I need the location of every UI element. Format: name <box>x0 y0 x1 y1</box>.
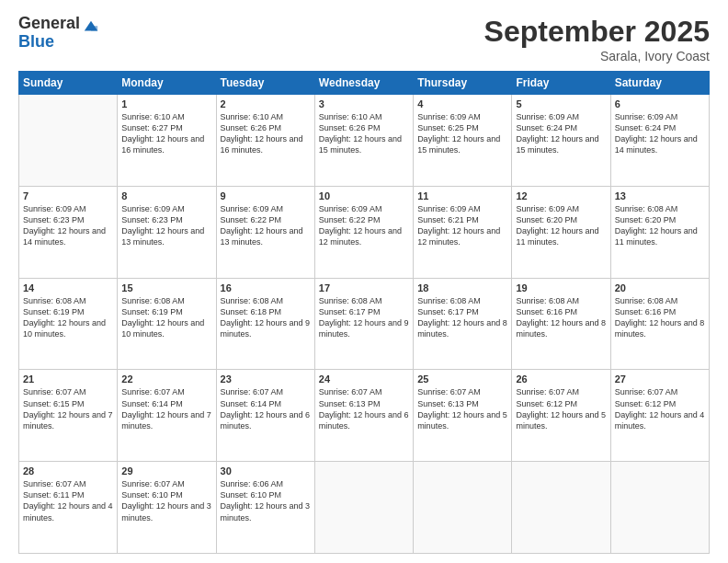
calendar-week-2: 7Sunrise: 6:09 AMSunset: 6:23 PMDaylight… <box>19 186 710 278</box>
calendar-cell: 29Sunrise: 6:07 AMSunset: 6:10 PMDayligh… <box>118 462 216 554</box>
day-info: Sunrise: 6:07 AMSunset: 6:14 PMDaylight:… <box>121 386 211 431</box>
calendar-cell: 5Sunrise: 6:09 AMSunset: 6:24 PMDaylight… <box>512 95 610 187</box>
day-header-sunday: Sunday <box>19 72 118 95</box>
day-number: 25 <box>417 373 507 385</box>
calendar-cell: 22Sunrise: 6:07 AMSunset: 6:14 PMDayligh… <box>118 370 216 462</box>
calendar-week-5: 28Sunrise: 6:07 AMSunset: 6:11 PMDayligh… <box>19 462 710 554</box>
day-number: 15 <box>121 282 211 293</box>
day-info: Sunrise: 6:08 AMSunset: 6:18 PMDaylight:… <box>221 295 311 340</box>
calendar-cell: 28Sunrise: 6:07 AMSunset: 6:11 PMDayligh… <box>19 462 118 554</box>
calendar-cell: 4Sunrise: 6:09 AMSunset: 6:25 PMDaylight… <box>414 95 512 187</box>
day-number: 19 <box>516 282 606 293</box>
day-number: 13 <box>615 190 705 201</box>
page: General Blue September 2025 Sarala, Ivor… <box>0 0 728 563</box>
day-number: 27 <box>615 373 705 385</box>
calendar-cell: 25Sunrise: 6:07 AMSunset: 6:13 PMDayligh… <box>414 370 512 462</box>
day-header-saturday: Saturday <box>610 72 709 95</box>
day-number: 23 <box>221 373 311 385</box>
day-info: Sunrise: 6:09 AMSunset: 6:21 PMDaylight:… <box>417 203 507 248</box>
calendar-cell: 27Sunrise: 6:07 AMSunset: 6:12 PMDayligh… <box>610 370 709 462</box>
calendar-cell: 20Sunrise: 6:08 AMSunset: 6:16 PMDayligh… <box>610 278 709 370</box>
day-number: 9 <box>221 190 311 201</box>
calendar-week-4: 21Sunrise: 6:07 AMSunset: 6:15 PMDayligh… <box>19 370 710 462</box>
day-number: 24 <box>319 373 409 385</box>
day-number: 16 <box>221 282 311 293</box>
day-number: 28 <box>23 465 113 477</box>
day-info: Sunrise: 6:08 AMSunset: 6:16 PMDaylight:… <box>516 295 606 340</box>
day-info: Sunrise: 6:08 AMSunset: 6:20 PMDaylight:… <box>615 203 705 248</box>
calendar-cell <box>314 462 413 554</box>
day-info: Sunrise: 6:08 AMSunset: 6:17 PMDaylight:… <box>417 295 507 340</box>
day-info: Sunrise: 6:07 AMSunset: 6:13 PMDaylight:… <box>319 386 409 431</box>
svg-marker-1 <box>91 26 97 30</box>
calendar-cell: 14Sunrise: 6:08 AMSunset: 6:19 PMDayligh… <box>19 278 118 370</box>
day-info: Sunrise: 6:09 AMSunset: 6:23 PMDaylight:… <box>23 203 113 248</box>
day-number: 30 <box>221 465 311 477</box>
logo-icon <box>83 19 99 36</box>
calendar-cell: 16Sunrise: 6:08 AMSunset: 6:18 PMDayligh… <box>216 278 314 370</box>
calendar-cell: 15Sunrise: 6:08 AMSunset: 6:19 PMDayligh… <box>118 278 216 370</box>
day-info: Sunrise: 6:08 AMSunset: 6:17 PMDaylight:… <box>319 295 409 340</box>
day-info: Sunrise: 6:08 AMSunset: 6:16 PMDaylight:… <box>615 295 705 340</box>
day-number: 20 <box>615 282 705 293</box>
day-info: Sunrise: 6:07 AMSunset: 6:12 PMDaylight:… <box>516 386 606 431</box>
logo-text: General Blue <box>18 15 80 52</box>
calendar-cell: 6Sunrise: 6:09 AMSunset: 6:24 PMDaylight… <box>610 95 709 187</box>
day-number: 12 <box>516 190 606 201</box>
day-number: 21 <box>23 373 113 385</box>
month-title: September 2025 <box>484 15 710 49</box>
calendar-cell: 2Sunrise: 6:10 AMSunset: 6:26 PMDaylight… <box>216 95 314 187</box>
calendar-cell: 7Sunrise: 6:09 AMSunset: 6:23 PMDaylight… <box>19 186 118 278</box>
day-info: Sunrise: 6:07 AMSunset: 6:15 PMDaylight:… <box>23 386 113 431</box>
day-info: Sunrise: 6:07 AMSunset: 6:14 PMDaylight:… <box>221 386 311 431</box>
day-number: 8 <box>121 190 211 201</box>
logo: General Blue <box>18 15 99 52</box>
calendar-week-1: 1Sunrise: 6:10 AMSunset: 6:27 PMDaylight… <box>19 95 710 187</box>
calendar-cell: 13Sunrise: 6:08 AMSunset: 6:20 PMDayligh… <box>610 186 709 278</box>
day-number: 14 <box>23 282 113 293</box>
calendar-week-3: 14Sunrise: 6:08 AMSunset: 6:19 PMDayligh… <box>19 278 710 370</box>
calendar-cell <box>512 462 610 554</box>
day-number: 6 <box>615 98 705 109</box>
day-header-thursday: Thursday <box>414 72 512 95</box>
day-number: 2 <box>221 98 311 109</box>
day-number: 22 <box>121 373 211 385</box>
calendar-cell: 30Sunrise: 6:06 AMSunset: 6:10 PMDayligh… <box>216 462 314 554</box>
day-info: Sunrise: 6:09 AMSunset: 6:22 PMDaylight:… <box>221 203 311 248</box>
location-subtitle: Sarala, Ivory Coast <box>484 49 710 63</box>
logo-general: General <box>18 15 80 33</box>
day-header-tuesday: Tuesday <box>216 72 314 95</box>
day-info: Sunrise: 6:09 AMSunset: 6:20 PMDaylight:… <box>516 203 606 248</box>
calendar-cell: 18Sunrise: 6:08 AMSunset: 6:17 PMDayligh… <box>414 278 512 370</box>
calendar-header-row: SundayMondayTuesdayWednesdayThursdayFrid… <box>19 72 710 95</box>
calendar-cell: 24Sunrise: 6:07 AMSunset: 6:13 PMDayligh… <box>314 370 413 462</box>
calendar-cell: 23Sunrise: 6:07 AMSunset: 6:14 PMDayligh… <box>216 370 314 462</box>
day-number: 18 <box>417 282 507 293</box>
day-info: Sunrise: 6:07 AMSunset: 6:12 PMDaylight:… <box>615 386 705 431</box>
day-info: Sunrise: 6:09 AMSunset: 6:24 PMDaylight:… <box>516 111 606 156</box>
title-block: September 2025 Sarala, Ivory Coast <box>484 15 710 63</box>
day-info: Sunrise: 6:08 AMSunset: 6:19 PMDaylight:… <box>121 295 211 340</box>
day-info: Sunrise: 6:07 AMSunset: 6:11 PMDaylight:… <box>23 478 113 523</box>
day-number: 3 <box>319 98 409 109</box>
day-header-wednesday: Wednesday <box>314 72 413 95</box>
header: General Blue September 2025 Sarala, Ivor… <box>18 15 710 63</box>
calendar-table: SundayMondayTuesdayWednesdayThursdayFrid… <box>18 71 710 554</box>
calendar-cell: 10Sunrise: 6:09 AMSunset: 6:22 PMDayligh… <box>314 186 413 278</box>
day-number: 29 <box>121 465 211 477</box>
day-info: Sunrise: 6:09 AMSunset: 6:25 PMDaylight:… <box>417 111 507 156</box>
day-info: Sunrise: 6:09 AMSunset: 6:24 PMDaylight:… <box>615 111 705 156</box>
day-info: Sunrise: 6:10 AMSunset: 6:26 PMDaylight:… <box>319 111 409 156</box>
logo-blue: Blue <box>18 33 80 52</box>
calendar-cell <box>610 462 709 554</box>
day-header-friday: Friday <box>512 72 610 95</box>
calendar-cell: 3Sunrise: 6:10 AMSunset: 6:26 PMDaylight… <box>314 95 413 187</box>
calendar-cell: 26Sunrise: 6:07 AMSunset: 6:12 PMDayligh… <box>512 370 610 462</box>
day-info: Sunrise: 6:07 AMSunset: 6:13 PMDaylight:… <box>417 386 507 431</box>
day-info: Sunrise: 6:10 AMSunset: 6:27 PMDaylight:… <box>121 111 211 156</box>
calendar-cell: 8Sunrise: 6:09 AMSunset: 6:23 PMDaylight… <box>118 186 216 278</box>
calendar-cell: 9Sunrise: 6:09 AMSunset: 6:22 PMDaylight… <box>216 186 314 278</box>
calendar-cell <box>414 462 512 554</box>
calendar-cell <box>19 95 118 187</box>
calendar-cell: 17Sunrise: 6:08 AMSunset: 6:17 PMDayligh… <box>314 278 413 370</box>
